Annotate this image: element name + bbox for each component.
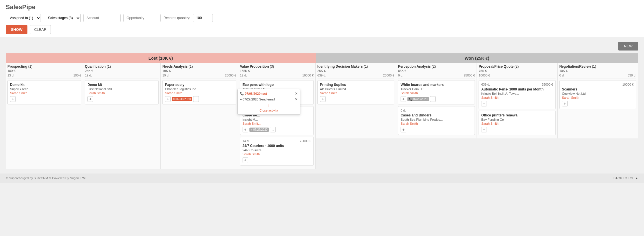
stage-prospecting: Prospecting (1) 100 € 13 d.100 € Demo ki… xyxy=(6,63,83,169)
lost-group-header: Lost (10K €) xyxy=(6,53,316,63)
stage-needs-analysis: Needs Analysis (1) 10K € 19 d.25000 € Pa… xyxy=(161,63,238,169)
add-card-btn[interactable]: + xyxy=(401,127,406,132)
activity-email-tag[interactable]: ✉ 07/30/2020 xyxy=(172,97,192,101)
header: SalesPipe Assigned to (1) Sales stages (… xyxy=(0,0,644,37)
popup-close-1[interactable]: ✕ xyxy=(295,92,298,96)
stage-identifying: Identifying Decision Makers (1) 25K € 63… xyxy=(316,63,396,138)
add-card-btn[interactable]: + xyxy=(481,101,487,106)
more-options-btn[interactable]: ... xyxy=(430,96,436,102)
stage-qualification: Qualification (1) 25K € 19 d. Demo kit F… xyxy=(83,63,161,169)
app-title: SalesPipe xyxy=(6,3,638,11)
popup-close-2[interactable]: ✕ xyxy=(295,97,298,101)
add-card-btn[interactable]: + xyxy=(243,127,248,132)
stage-value-proposition: Value Proposition (3) 135K € 12 d.10000 … xyxy=(238,63,316,169)
records-label: Records quantity: xyxy=(163,16,190,20)
card: Office printers renewal Bay Funding Co S… xyxy=(479,111,555,135)
activity-phone-tag[interactable]: 📞 07/23/2020 xyxy=(407,97,429,101)
card: Demo kit First National S/B Sarah Smith … xyxy=(85,80,159,104)
records-input[interactable] xyxy=(193,14,213,22)
account-input[interactable] xyxy=(83,14,121,22)
add-card-btn[interactable]: + xyxy=(481,127,487,132)
assigned-to-filter[interactable]: Assigned to (1) xyxy=(6,14,41,22)
add-card-btn[interactable]: + xyxy=(401,96,406,102)
card: Eco pens with logo Tracker Com LP Sarah … xyxy=(240,80,314,104)
stage-perception-analysis: Perception Analysis (2) 85K € 0 d.25000 … xyxy=(396,63,477,138)
activity-popup: 📞 07/08/2020 test ✕ ≡ 07/27/2020 Send em… xyxy=(237,89,300,115)
footer: © Supercharged by SuiteCRM © Powered By … xyxy=(0,174,644,183)
clear-button[interactable]: CLEAR xyxy=(30,25,51,34)
add-card-btn[interactable]: + xyxy=(165,96,171,102)
more-options-btn[interactable]: ... xyxy=(193,96,199,102)
card: Paper suply Chandler Logistics Inc Sarah… xyxy=(162,80,236,104)
card: White boards and markers Tracker Com LP … xyxy=(398,80,475,104)
card: 14 d.75000 € 24/7 Couriers - 1000 units … xyxy=(240,137,314,166)
add-card-btn[interactable]: + xyxy=(87,96,93,102)
back-to-top[interactable]: BACK TO TOP ▲ xyxy=(613,176,638,180)
won-group: Won (25K €) Identifying Decision Makers … xyxy=(316,53,638,169)
footer-left: © Supercharged by SuiteCRM © Powered By … xyxy=(6,176,85,180)
show-button[interactable]: SHOW xyxy=(6,25,27,34)
won-group-header: Won (25K €) xyxy=(316,53,638,63)
stage-negotiation: Negotiation/Review (1) 10K € 0 d.639 d. … xyxy=(558,63,638,138)
card: 10000 € Scanners Coolview Net Ltd Sarah … xyxy=(559,80,636,109)
stage-proposal: Proposal/Price Quote (2) 75K € 10000 € 6… xyxy=(477,63,557,138)
sales-stages-filter[interactable]: Sales stages (8) xyxy=(44,14,81,22)
add-card-btn[interactable]: + xyxy=(243,157,248,163)
add-card-btn[interactable]: + xyxy=(562,101,568,106)
new-button[interactable]: NEW xyxy=(618,42,638,51)
lost-group: Lost (10K €) Prospecting (1) 100 € 13 d.… xyxy=(6,53,316,169)
add-card-btn[interactable]: + xyxy=(320,96,326,102)
close-activity-link[interactable]: Close activity xyxy=(240,109,298,112)
activity-list-tag[interactable]: ≡ 07/27/2020 xyxy=(249,128,269,132)
card: Printing Suplies AB Drivers Limited Sara… xyxy=(317,80,394,104)
card: 0 d. Cases and Binders South Sea Plumbin… xyxy=(398,106,475,135)
card: Demo kit SuperG Tech Sarah Smith + xyxy=(7,80,81,104)
more-options-btn[interactable]: ... xyxy=(270,127,276,132)
opportunity-input[interactable] xyxy=(123,14,161,22)
card: 639 d.25000 € Automatic Pens- 1000 units… xyxy=(479,80,555,109)
main-area: NEW Lost (10K €) Prospecting (1) 100 € 1… xyxy=(0,37,644,174)
add-card-btn[interactable]: + xyxy=(10,96,16,102)
